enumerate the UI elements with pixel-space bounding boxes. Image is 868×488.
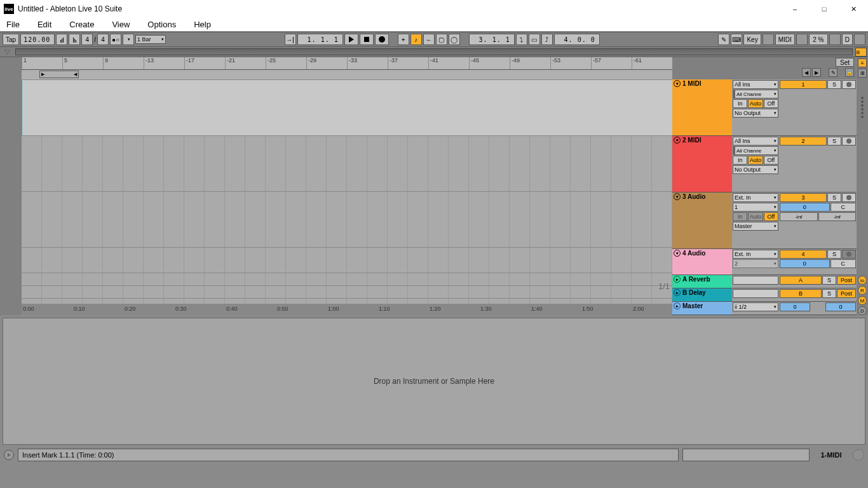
minimize-button[interactable]: – — [780, 0, 810, 18]
track-activator[interactable]: 1 — [780, 80, 827, 89]
monitor-auto[interactable]: Auto — [748, 212, 763, 221]
input-channel[interactable]: 2 — [733, 259, 778, 268]
track-header-a[interactable]: ▸A Reverb — [672, 275, 732, 288]
solo-button[interactable]: S — [827, 137, 841, 146]
menu-create[interactable]: Create — [67, 18, 97, 30]
master-volume[interactable]: 0 — [825, 302, 856, 311]
arrangement-position[interactable]: 1. 1. 1 — [297, 34, 343, 45]
input-channel[interactable]: 1 — [733, 203, 778, 212]
track-lane-1[interactable] — [22, 80, 672, 136]
arm-button[interactable] — [842, 193, 856, 202]
solo-button[interactable]: S — [822, 289, 836, 298]
beat-ruler[interactable]: 159-13-17-21-25-29-33-37-41-45-49-53-57-… — [22, 57, 672, 70]
lock-envelopes[interactable]: 🔒 — [845, 68, 854, 77]
automation-mode[interactable]: ✎ — [829, 68, 837, 77]
track-header-2[interactable]: ▾2 MIDI — [672, 136, 732, 192]
track-lane-3[interactable] — [22, 192, 672, 248]
crossfade-assign[interactable]: C — [831, 259, 856, 268]
fold-icon[interactable]: ▸ — [674, 302, 681, 309]
punch-position[interactable]: 3. 1. 1 — [469, 34, 515, 45]
fold-icon[interactable]: ▾ — [674, 80, 681, 87]
loop-length[interactable]: 4. 0. 0 — [554, 34, 600, 45]
set-button[interactable]: Set — [836, 58, 854, 67]
play-button[interactable] — [344, 34, 358, 45]
track-lane-2[interactable] — [22, 136, 672, 192]
track-lane-master[interactable] — [22, 299, 672, 304]
metronome-button[interactable]: ●○ — [110, 34, 121, 45]
tap-tempo-button[interactable]: Tap — [3, 34, 19, 45]
track-lane-4[interactable] — [22, 248, 672, 273]
output-type[interactable]: No Output — [733, 109, 778, 118]
time-sig-num[interactable]: 4 — [81, 34, 93, 45]
scrub-area[interactable] — [22, 70, 672, 80]
track-header-master[interactable]: ▸Master — [672, 302, 732, 315]
next-locator[interactable]: ▶ — [812, 68, 821, 77]
input-channel[interactable]: All Channe — [733, 146, 778, 155]
output-type[interactable]: No Output — [733, 165, 778, 174]
monitor-auto[interactable]: Auto — [748, 99, 763, 108]
capture-button[interactable]: ▢ — [436, 34, 447, 45]
monitor-auto[interactable]: Auto — [748, 156, 763, 165]
track-activator[interactable]: B — [780, 289, 822, 298]
monitor-off[interactable]: Off — [764, 156, 778, 165]
follow-button[interactable]: →ǀ — [285, 34, 296, 45]
quantize-menu[interactable]: 1 Bar — [135, 35, 166, 44]
master-out[interactable]: ii 1/2 — [733, 302, 778, 311]
solo-button[interactable]: S — [827, 250, 841, 259]
arm-button[interactable] — [842, 80, 856, 89]
tempo-nudge-up[interactable] — [69, 34, 80, 45]
send-b[interactable]: -inf — [818, 212, 857, 221]
time-sig-den[interactable]: 4 — [97, 34, 109, 45]
monitor-in[interactable]: In — [733, 156, 747, 165]
cue-volume[interactable]: 0 — [780, 302, 810, 311]
output-type[interactable]: Master — [733, 222, 778, 231]
solo-button[interactable]: S — [827, 193, 841, 202]
automation-arm-button[interactable]: ♪ — [410, 34, 422, 45]
help-view-toggle[interactable] — [853, 449, 864, 461]
menu-file[interactable]: File — [4, 18, 22, 30]
input-type[interactable]: Ext. In — [733, 250, 778, 259]
fold-icon[interactable]: ▾ — [674, 250, 681, 257]
fold-icon[interactable]: ▸ — [674, 289, 681, 296]
track-header-3[interactable]: ▾3 Audio — [672, 193, 732, 248]
track-header-b[interactable]: ▸B Delay — [672, 288, 732, 301]
maximize-button[interactable]: □ — [810, 0, 839, 18]
solo-button[interactable]: S — [822, 276, 836, 285]
show-arrangement[interactable]: ≡ — [858, 58, 867, 67]
stop-button[interactable] — [360, 34, 374, 45]
tempo-field[interactable]: 120.00 — [20, 34, 55, 45]
loop-button[interactable]: ▭ — [529, 34, 540, 45]
re-enable-automation[interactable]: ← — [423, 34, 435, 45]
arm-button[interactable] — [842, 250, 856, 259]
punch-out-button[interactable]: ⤴ — [541, 34, 553, 45]
solo-button[interactable]: S — [827, 80, 841, 89]
track-activator[interactable]: 4 — [780, 250, 827, 259]
track-delay[interactable]: 0 — [780, 259, 830, 268]
toggle-session-view[interactable]: ≡ — [855, 48, 867, 57]
browser-toggle[interactable]: ▽ — [1, 48, 13, 57]
mixer-toggle[interactable]: M — [858, 296, 867, 305]
menu-edit[interactable]: Edit — [35, 18, 54, 30]
input-channel[interactable]: All Channe — [733, 90, 778, 98]
tracks-area[interactable]: 1/1 — [22, 80, 672, 304]
prev-locator[interactable]: ◀ — [802, 68, 811, 77]
overdub-button[interactable]: + — [398, 34, 409, 45]
close-button[interactable]: ✕ — [839, 0, 868, 18]
arm-button[interactable] — [842, 137, 856, 146]
input-type[interactable]: All Ins — [733, 137, 778, 146]
menu-help[interactable]: Help — [191, 18, 214, 30]
monitor-off[interactable]: Off — [764, 212, 778, 221]
record-button[interactable] — [375, 34, 389, 45]
track-delay[interactable]: 0 — [780, 203, 830, 212]
returns-toggle[interactable]: R — [858, 286, 867, 295]
input-type[interactable]: All Ins — [733, 80, 778, 89]
menu-options[interactable]: Options — [145, 18, 179, 30]
track-activator[interactable]: 3 — [780, 193, 827, 202]
io-section-toggle[interactable]: io — [858, 276, 867, 285]
track-lane-b[interactable] — [22, 286, 672, 299]
tempo-nudge-down[interactable] — [56, 34, 67, 45]
fold-icon[interactable]: ▾ — [674, 193, 681, 200]
post-button[interactable]: Post — [837, 289, 856, 298]
time-ruler[interactable]: 0:000:100:200:300:400:501:001:101:201:30… — [22, 304, 672, 315]
post-button[interactable]: Post — [837, 276, 856, 285]
